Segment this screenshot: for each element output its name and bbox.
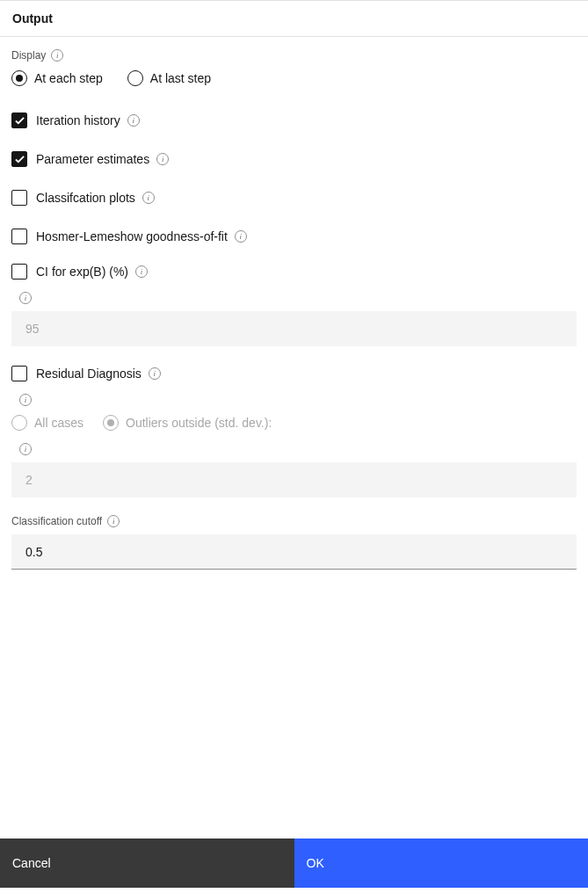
- panel-title: Output: [12, 11, 53, 25]
- label-text: Classifcation plots: [36, 191, 135, 205]
- label-text: CI for exp(B) (%): [36, 265, 128, 279]
- info-icon[interactable]: [127, 114, 140, 127]
- classification-cutoff-input[interactable]: [11, 534, 577, 570]
- radio-label: Outliers outside (std. dev.):: [126, 416, 272, 430]
- check-icon: [15, 116, 25, 126]
- checkbox-ci-expb[interactable]: [11, 264, 27, 280]
- checkbox-hosmer-lemeshow[interactable]: [11, 229, 27, 244]
- radio-all-cases: All cases: [11, 415, 83, 431]
- radio-outliers-outside: Outliers outside (std. dev.):: [103, 415, 272, 431]
- radio-at-each-step[interactable]: At each step: [11, 70, 103, 86]
- checkbox-row-parameter-estimates: Parameter estimates: [11, 151, 577, 167]
- checkbox-row-residual-diagnosis: Residual Diagnosis: [11, 366, 577, 381]
- outliers-value-input: [11, 462, 577, 497]
- info-icon[interactable]: [19, 443, 32, 455]
- radio-label: All cases: [34, 416, 83, 430]
- outliers-info-row: [11, 443, 577, 455]
- checkbox-label: Iteration history: [36, 113, 140, 127]
- radio-button-icon: [127, 70, 143, 86]
- footer: Cancel OK: [0, 839, 588, 888]
- outliers-value-block: [11, 443, 577, 497]
- radio-label: At last step: [150, 71, 211, 85]
- panel-header: Output: [0, 0, 588, 37]
- info-icon[interactable]: [107, 515, 120, 527]
- radio-button-icon: [11, 70, 27, 86]
- checkbox-label: Hosmer-Lemeshow goodness-of-fit: [36, 229, 247, 243]
- info-icon[interactable]: [142, 192, 155, 204]
- checkbox-row-classification-plots: Classifcation plots: [11, 190, 577, 206]
- residual-sub-block: All cases Outliers outside (std. dev.):: [11, 394, 577, 431]
- info-icon[interactable]: [19, 394, 32, 406]
- label-text: Hosmer-Lemeshow goodness-of-fit: [36, 229, 228, 243]
- radio-button-icon: [103, 415, 119, 431]
- checkbox-parameter-estimates[interactable]: [11, 151, 27, 167]
- checkbox-label: Residual Diagnosis: [36, 367, 161, 381]
- checkbox-classification-plots[interactable]: [11, 190, 27, 206]
- cancel-label: Cancel: [12, 856, 51, 870]
- classification-cutoff-label: Classification cutoff: [11, 515, 102, 527]
- ok-label: OK: [307, 856, 324, 870]
- label-text: Parameter estimates: [36, 152, 149, 166]
- residual-info-row: [11, 394, 577, 406]
- radio-button-icon: [11, 415, 27, 431]
- display-label-row: Display: [11, 49, 577, 62]
- label-text: Residual Diagnosis: [36, 367, 142, 381]
- checkbox-row-ci-expb: CI for exp(B) (%): [11, 264, 577, 280]
- panel-content: Display At each step At last step Iterat…: [0, 37, 588, 570]
- display-radio-group: At each step At last step: [11, 70, 577, 86]
- classification-cutoff-block: Classification cutoff: [11, 515, 577, 570]
- radio-at-last-step[interactable]: At last step: [127, 70, 211, 86]
- checkbox-row-hosmer-lemeshow: Hosmer-Lemeshow goodness-of-fit: [11, 229, 577, 244]
- ci-value-input: [11, 311, 577, 346]
- info-icon[interactable]: [149, 367, 161, 380]
- checkbox-iteration-history[interactable]: [11, 113, 27, 128]
- cancel-button[interactable]: Cancel: [0, 839, 294, 888]
- info-icon[interactable]: [235, 230, 247, 243]
- ci-value-block: [11, 292, 577, 346]
- info-icon[interactable]: [156, 153, 169, 165]
- display-label: Display: [11, 49, 46, 62]
- check-icon: [15, 155, 25, 164]
- checkbox-residual-diagnosis[interactable]: [11, 366, 27, 381]
- label-text: Iteration history: [36, 113, 120, 127]
- info-icon[interactable]: [135, 265, 148, 278]
- checkbox-label: CI for exp(B) (%): [36, 265, 148, 279]
- info-icon[interactable]: [51, 49, 63, 62]
- info-icon[interactable]: [19, 292, 32, 304]
- checkbox-row-iteration-history: Iteration history: [11, 113, 577, 128]
- checkbox-label: Classifcation plots: [36, 191, 155, 205]
- ci-info-row: [11, 292, 577, 304]
- ok-button[interactable]: OK: [294, 839, 589, 888]
- checkbox-label: Parameter estimates: [36, 152, 169, 166]
- classification-cutoff-label-row: Classification cutoff: [11, 515, 577, 527]
- residual-radio-group: All cases Outliers outside (std. dev.):: [11, 415, 577, 431]
- radio-label: At each step: [34, 71, 103, 85]
